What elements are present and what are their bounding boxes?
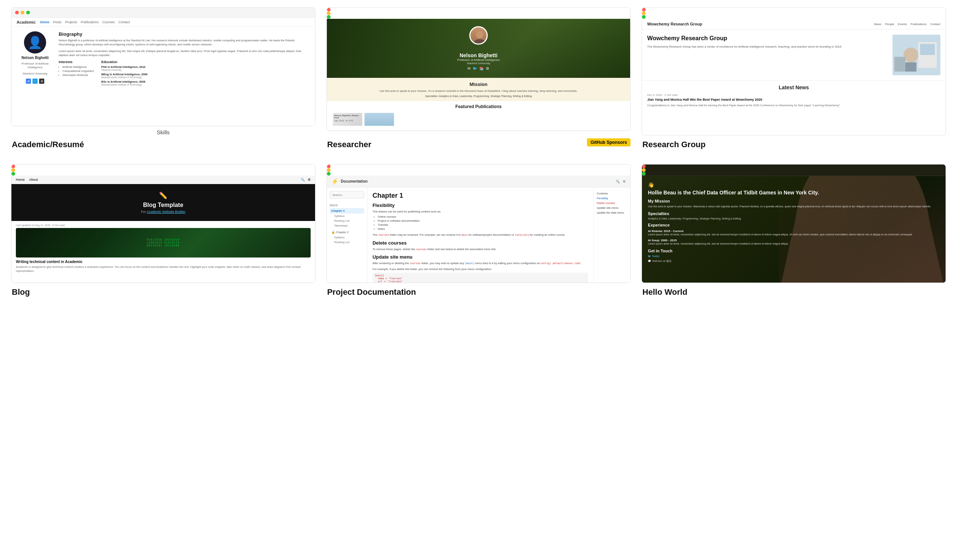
- social-github-icon: ⚙: [486, 66, 489, 71]
- nav-link-contact[interactable]: Contact: [118, 20, 130, 24]
- hello-job-2-title: AI Soup: 2000 - 2015: [648, 239, 940, 242]
- docs-chapter-2[interactable]: 🔒 Chapter 2: [330, 229, 364, 235]
- github-icon[interactable]: ⚙: [39, 79, 44, 84]
- docs-update-heading: Update site menu: [373, 254, 588, 260]
- docs-logo: ⚡ Documentation: [331, 178, 368, 185]
- dot-minimize: [327, 168, 330, 172]
- hello-wechat-link[interactable]: 💬 TestUser on 微信: [648, 259, 940, 263]
- hello-contact-heading: Get in Touch: [648, 249, 940, 253]
- social-email-icon: ✉: [467, 66, 471, 71]
- interests-section: Interests Artificial Intelligence Comput…: [58, 60, 94, 87]
- twitter-icon[interactable]: 🐦: [32, 79, 38, 84]
- rg-nav-people[interactable]: People: [885, 22, 894, 26]
- docs-chapter-1[interactable]: Chapter 1: [330, 208, 364, 214]
- academic-website-builder-link[interactable]: Academic Website Builder: [147, 210, 186, 214]
- nav-link-courses[interactable]: Courses: [103, 20, 115, 24]
- docs-logo-text: Documentation: [341, 179, 368, 183]
- researcher-university: Stanford University: [467, 62, 490, 65]
- dot-expand: [642, 15, 646, 19]
- docs-search-input[interactable]: [330, 191, 364, 199]
- lab-scene: [892, 35, 940, 75]
- research-group-preview: Wowchemy Research Group News People Even…: [642, 8, 946, 126]
- research-text: Wowchemy Research Group The Wowchemy Res…: [647, 35, 887, 75]
- latest-news-heading: Latest News: [647, 85, 940, 90]
- docs-right-flexibility[interactable]: Flexibility: [597, 196, 627, 201]
- docs-right-data[interactable]: Update the data menu: [597, 210, 627, 215]
- docs-right-contents[interactable]: Contents: [597, 191, 627, 196]
- card-docs: ⚡ Documentation 🔍 ⚙ Docs Chapter 1 Sylla…: [327, 164, 631, 283]
- research-navbar: Wowchemy Research Group News People Even…: [642, 19, 946, 30]
- wave-icon: 👋: [648, 182, 940, 188]
- blog-post-title: Writing technical content in Academic: [16, 260, 311, 264]
- docs-ch2-reading[interactable]: Reading List: [330, 240, 364, 245]
- bio-text: Nelson Bighetti is a professor of artifi…: [58, 39, 310, 46]
- docs-search-icon[interactable]: 🔍: [616, 180, 620, 183]
- svg-point-0: [476, 31, 483, 38]
- hello-content: 👋 Hollie Beau is the Chief Data Officer …: [642, 176, 946, 282]
- hello-preview: 👋 Hollie Beau is the Chief Data Officer …: [642, 164, 946, 282]
- docs-syllabus[interactable]: Syllabus: [330, 214, 364, 218]
- nav-link-publications[interactable]: Publications: [81, 20, 99, 24]
- docs-right-delete[interactable]: Delete courses: [597, 201, 627, 205]
- docs-right-sidebar: Contents Flexibility Delete courses Upda…: [593, 188, 630, 282]
- researcher-role: Professor of Artificial Intelligence: [457, 58, 500, 62]
- dot-close: [327, 8, 330, 11]
- researcher-hero: Nelson Bighetti Professor of Artificial …: [327, 19, 630, 78]
- hello-mission-heading: My Mission: [648, 199, 940, 203]
- hello-twitter-link[interactable]: 🐦 Twitter: [648, 254, 940, 258]
- blog-hero-subtitle: For Academic Website Builder: [19, 210, 308, 214]
- docs-delete-text: To remove these pages, delete the course…: [373, 247, 588, 252]
- hello-job-1-title: AI Robota: 2015 - Current: [648, 229, 940, 233]
- github-sponsors-badge: GitHub Sponsors: [587, 138, 631, 147]
- rg-nav-publications[interactable]: Publications: [911, 22, 926, 26]
- profile-title: Professor of Artificial Intelligence: [17, 62, 54, 70]
- edu-item: BSc in Artificial Intelligence, 2008 Mas…: [101, 80, 147, 86]
- docs-reading-list[interactable]: Reading List: [330, 218, 364, 223]
- degree: BSc in Artificial Intelligence, 2008: [101, 80, 145, 84]
- docs-settings-icon[interactable]: ⚙: [623, 180, 626, 183]
- email-icon[interactable]: ✉: [26, 79, 31, 84]
- school: Massachusetts Institute of Technology: [101, 76, 147, 79]
- rg-nav-contact[interactable]: Contact: [930, 22, 940, 26]
- mission-text: Use this area to speak to your mission. …: [334, 89, 623, 93]
- profile-name: Nelson Bighetti: [21, 56, 48, 60]
- pencil-icon: ✏️: [19, 191, 308, 200]
- nav-link-demo[interactable]: Demo: [40, 20, 49, 24]
- window-chrome-rg: [642, 8, 946, 19]
- settings-icon[interactable]: ⚙: [308, 178, 311, 181]
- window-chrome-blog: [11, 164, 315, 176]
- news-date: Dec 3, 2020 · 2 min read: [647, 93, 940, 97]
- research-body: Wowchemy Research Group The Wowchemy Res…: [642, 30, 946, 80]
- docs-chapter-title: Chapter 1: [373, 192, 588, 200]
- academic-preview: Academic Demo Posts Projects Publication…: [11, 8, 315, 126]
- research-group-desc: The Wowchemy Research Group has been a c…: [647, 45, 887, 49]
- edu-item: PhD in Artificial Intelligence, 2012 Sta…: [101, 65, 147, 71]
- docs-flexibility-text: This feature can be used for publishing …: [373, 210, 588, 214]
- blog-preview: Home About 🔍 ⚙ ✏️ Blog Template For Acad…: [11, 164, 315, 282]
- docs-ch2-syllabus[interactable]: Syllabus: [330, 235, 364, 240]
- rg-nav-events[interactable]: Events: [898, 22, 907, 26]
- window-chrome: [11, 8, 315, 18]
- card-label-academic: Skills: [11, 129, 316, 136]
- docs-right-update[interactable]: Update site-menu: [597, 205, 627, 210]
- social-icons: ✉ 🐦 ⚙: [26, 79, 44, 84]
- docs-flexibility-list: Online courses Project or software docum…: [373, 215, 588, 230]
- dot-expand: [11, 172, 15, 176]
- docs-takeaways[interactable]: Takeaways: [330, 223, 364, 228]
- featured-pubs: Featured Publications Nelson Bighetti, R…: [327, 101, 630, 126]
- svg-rect-4: [920, 44, 935, 55]
- blog-hero-title: Blog Template: [19, 202, 308, 208]
- degree: PhD in Artificial Intelligence, 2012: [101, 65, 145, 69]
- rg-nav-news[interactable]: News: [874, 22, 881, 26]
- nav-link-posts[interactable]: Posts: [53, 20, 62, 24]
- docs-flexibility-extra: The courses folder may be renamed. For e…: [373, 233, 588, 237]
- blog-nav-about[interactable]: About: [29, 178, 38, 181]
- nav-link-projects[interactable]: Projects: [65, 20, 77, 24]
- edu-details: PhD in Artificial Intelligence, 2012 Sta…: [101, 65, 145, 71]
- window-chrome-docs: [327, 164, 630, 176]
- researcher-avatar: [469, 26, 488, 45]
- blog-nav-home[interactable]: Home: [16, 178, 25, 181]
- search-icon[interactable]: 🔍: [301, 178, 305, 181]
- docs-logo-icon: ⚡: [331, 178, 339, 185]
- dot-expand: [327, 172, 330, 176]
